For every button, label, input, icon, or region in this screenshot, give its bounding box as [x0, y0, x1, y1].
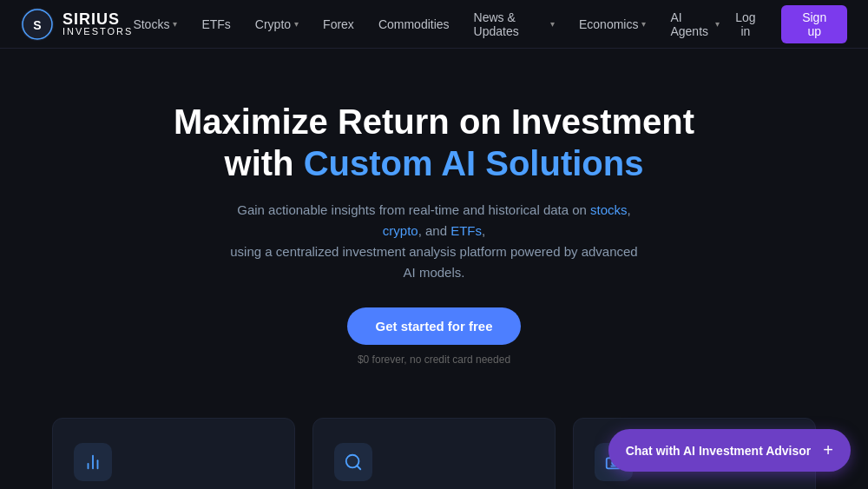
nav-economics[interactable]: Economics ▾	[579, 17, 646, 31]
logo-text: SIRIUS INVESTORS	[62, 11, 133, 36]
logo[interactable]: S SIRIUS INVESTORS	[21, 8, 133, 41]
nav-stocks[interactable]: Stocks ▾	[133, 17, 177, 31]
card-stock-screener: AI Stock Screener Discover top-performin…	[312, 418, 556, 489]
chat-button-label: Chat with AI Investment Advisor	[626, 444, 812, 458]
economics-chevron: ▾	[641, 19, 646, 29]
headline-line1: Maximize Return on Investment	[174, 102, 694, 141]
stock-screener-icon	[334, 443, 372, 481]
nav-news[interactable]: News & Updates ▾	[474, 10, 555, 38]
news-chevron: ▾	[550, 19, 555, 29]
hero-subtext: Gain actionable insights from real-time …	[226, 200, 642, 283]
header: S SIRIUS INVESTORS Stocks ▾ ETFs Crypto …	[0, 0, 868, 49]
hero-headline: Maximize Return on Investment with Custo…	[17, 101, 851, 184]
chat-button[interactable]: Chat with AI Investment Advisor +	[608, 429, 851, 472]
svg-text:S: S	[33, 18, 41, 32]
main-nav: Stocks ▾ ETFs Crypto ▾ Forex Commodities…	[133, 10, 720, 38]
headline-prefix: with	[225, 144, 304, 182]
login-button[interactable]: Log in	[720, 5, 771, 43]
hero-section: Maximize Return on Investment with Custo…	[0, 49, 868, 400]
svg-line-7	[357, 466, 360, 469]
logo-name-bottom: INVESTORS	[62, 27, 133, 36]
nav-crypto[interactable]: Crypto ▾	[255, 17, 299, 31]
logo-icon: S	[21, 8, 54, 41]
header-actions: Log in Sign up	[720, 5, 847, 43]
nav-commodities[interactable]: Commodities	[378, 17, 450, 31]
cta-note: $0 forever, no credit card needed	[17, 354, 851, 366]
logo-name-top: SIRIUS	[62, 11, 133, 27]
crypto-chevron: ▾	[294, 19, 299, 29]
link-etfs[interactable]: ETFs	[450, 223, 482, 238]
headline-accent: Custom AI Solutions	[304, 144, 644, 182]
cta-button[interactable]: Get started for free	[347, 307, 520, 345]
signup-button[interactable]: Sign up	[781, 5, 847, 43]
card-technical-analysis: AI Technical Analysis Access detailed tr…	[52, 418, 295, 489]
chat-plus-icon: +	[823, 440, 833, 460]
stocks-chevron: ▾	[173, 19, 177, 29]
nav-ai-agents[interactable]: AI Agents ▾	[670, 10, 720, 38]
link-crypto[interactable]: crypto	[383, 223, 418, 238]
technical-analysis-icon	[74, 443, 112, 481]
nav-forex[interactable]: Forex	[323, 17, 354, 31]
nav-etfs[interactable]: ETFs	[201, 17, 230, 31]
link-stocks[interactable]: stocks	[590, 202, 628, 217]
